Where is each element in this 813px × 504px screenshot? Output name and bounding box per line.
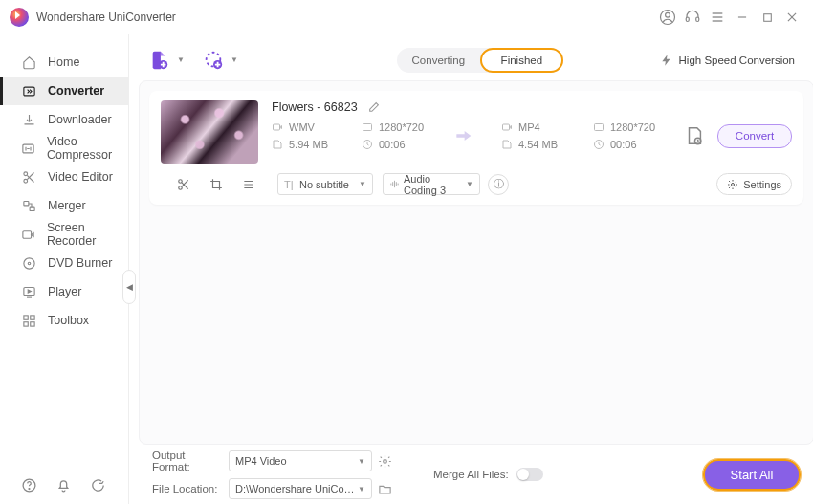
sidebar-item-toolbox[interactable]: Toolbox — [0, 306, 128, 335]
chevron-down-icon[interactable]: ▼ — [177, 55, 185, 64]
svg-rect-24 — [23, 315, 27, 318]
svg-rect-26 — [23, 321, 27, 325]
sidebar-item-compressor[interactable]: Video Compressor — [0, 134, 128, 163]
dst-size: 4.54 MB — [501, 139, 564, 150]
subtitle-dropdown[interactable]: T| No subtitle ▼ — [277, 173, 373, 195]
dst-resolution: 1280*720 — [593, 121, 656, 133]
convert-button[interactable]: Convert — [717, 124, 792, 148]
converter-icon — [21, 83, 36, 99]
svg-rect-25 — [30, 315, 33, 318]
crop-icon[interactable] — [209, 178, 223, 191]
svg-rect-34 — [363, 124, 372, 131]
gear-icon — [727, 179, 738, 190]
audio-dropdown[interactable]: Audio Coding 3 ▼ — [383, 173, 480, 195]
sidebar-item-converter[interactable]: Converter — [0, 77, 128, 105]
titlebar: Wondershare UniConverter — [0, 0, 813, 34]
sidebar-item-label: Toolbox — [48, 314, 89, 327]
open-folder-icon[interactable] — [378, 482, 403, 496]
tab-converting[interactable]: Converting — [397, 48, 480, 73]
svg-point-41 — [179, 186, 183, 189]
file-list: Flowers - 66823 WMV 1280*720 5.94 MB 00:… — [139, 80, 813, 445]
format-settings-icon[interactable] — [378, 454, 403, 469]
sidebar-item-label: Merger — [48, 199, 86, 212]
app-logo-icon — [10, 8, 29, 27]
subtitle-icon: T| — [284, 179, 296, 190]
sidebar-item-label: Video Editor — [48, 170, 113, 184]
home-icon — [21, 55, 36, 70]
sidebar-item-label: Player — [48, 285, 81, 298]
disc-icon — [21, 255, 36, 271]
video-thumbnail[interactable] — [161, 100, 258, 164]
chevron-down-icon[interactable]: ▼ — [231, 55, 238, 64]
effects-icon[interactable] — [242, 178, 255, 191]
svg-point-14 — [23, 179, 27, 183]
record-icon — [21, 227, 35, 242]
settings-button[interactable]: Settings — [716, 173, 792, 195]
start-all-button[interactable]: Start All — [703, 459, 801, 491]
merge-toggle[interactable] — [516, 468, 543, 481]
sidebar-collapse-button[interactable]: ◀ — [122, 270, 136, 304]
output-format-dropdown[interactable]: MP4 Video▼ — [229, 450, 372, 471]
high-speed-toggle[interactable]: High Speed Conversion — [650, 50, 804, 71]
menu-icon[interactable] — [706, 6, 729, 29]
merge-icon — [21, 198, 36, 213]
high-speed-label: High Speed Conversion — [679, 55, 795, 66]
merge-label: Merge All Files: — [433, 469, 509, 480]
sidebar-item-editor[interactable]: Video Editor — [0, 163, 128, 191]
sidebar-item-downloader[interactable]: Downloader — [0, 105, 128, 134]
support-icon[interactable] — [681, 6, 704, 29]
svg-point-40 — [179, 179, 183, 183]
src-duration: 00:06 — [362, 139, 425, 150]
sidebar-item-label: Screen Recorder — [47, 221, 128, 248]
svg-point-53 — [384, 459, 387, 463]
feedback-icon[interactable] — [90, 477, 107, 494]
account-icon[interactable] — [656, 6, 679, 29]
maximize-button[interactable] — [756, 6, 779, 29]
sidebar: Home Converter Downloader Video Compress… — [0, 34, 129, 504]
dst-duration: 00:06 — [593, 139, 656, 150]
minimize-button[interactable] — [731, 6, 754, 29]
svg-rect-17 — [23, 201, 28, 205]
play-icon — [21, 284, 36, 299]
bell-icon[interactable] — [55, 477, 73, 494]
merge-all-control: Merge All Files: — [433, 468, 543, 481]
close-button[interactable] — [780, 6, 803, 29]
svg-rect-36 — [503, 124, 510, 130]
sidebar-item-home[interactable]: Home — [0, 48, 128, 77]
info-icon[interactable]: ⓘ — [488, 174, 509, 195]
src-size: 5.94 MB — [272, 139, 335, 150]
add-folder-button[interactable] — [202, 49, 225, 72]
svg-rect-37 — [595, 124, 604, 131]
toolbar: ▼ ▼ Converting Finished High Speed Conve… — [139, 34, 813, 77]
subtitle-value: No subtitle — [299, 179, 349, 190]
sidebar-item-merger[interactable]: Merger — [0, 191, 128, 220]
sidebar-item-recorder[interactable]: Screen Recorder — [0, 220, 128, 249]
svg-rect-33 — [274, 124, 280, 130]
file-card: Flowers - 66823 WMV 1280*720 5.94 MB 00:… — [149, 91, 803, 205]
sidebar-item-label: Video Compressor — [47, 135, 128, 162]
edit-title-icon[interactable] — [367, 101, 380, 114]
file-location-dropdown[interactable]: D:\Wondershare UniConverter▼ — [229, 478, 372, 499]
src-resolution: 1280*720 — [362, 121, 425, 133]
svg-rect-19 — [23, 230, 32, 238]
grid-icon — [21, 313, 36, 328]
download-icon — [21, 112, 36, 127]
svg-rect-2 — [686, 17, 689, 22]
svg-point-29 — [29, 489, 30, 490]
svg-point-52 — [732, 183, 735, 186]
tab-finished[interactable]: Finished — [480, 48, 563, 73]
help-icon[interactable] — [21, 477, 38, 494]
bolt-icon — [660, 54, 673, 67]
trim-icon[interactable] — [177, 178, 190, 191]
file-title: Flowers - 66823 — [272, 100, 358, 114]
sidebar-item-dvd[interactable]: DVD Burner — [0, 249, 128, 277]
add-file-button[interactable] — [148, 49, 171, 72]
sidebar-item-label: DVD Burner — [48, 256, 112, 270]
svg-rect-8 — [763, 13, 771, 21]
audio-icon — [389, 179, 400, 189]
sidebar-item-player[interactable]: Player — [0, 277, 128, 306]
output-preset-icon[interactable] — [681, 122, 708, 149]
sidebar-item-label: Downloader — [48, 113, 112, 126]
svg-rect-3 — [696, 17, 699, 22]
compress-icon — [21, 141, 35, 156]
